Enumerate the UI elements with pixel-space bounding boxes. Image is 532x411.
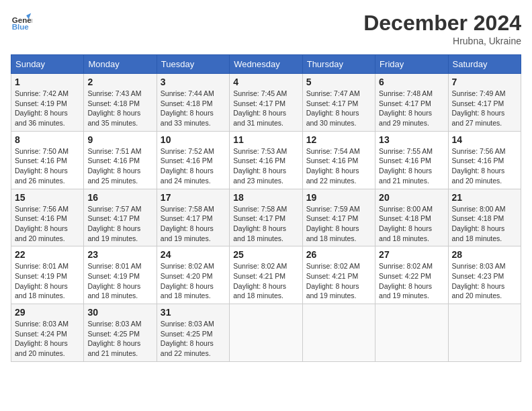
day-number: 12 bbox=[306, 134, 371, 145]
weekday-header-wednesday: Wednesday bbox=[230, 55, 302, 74]
day-info: Sunrise: 8:03 AM Sunset: 4:23 PM Dayligh… bbox=[452, 261, 517, 301]
day-number: 17 bbox=[161, 192, 226, 203]
calendar-cell: 1 Sunrise: 7:42 AM Sunset: 4:19 PM Dayli… bbox=[11, 74, 84, 132]
weekday-header-monday: Monday bbox=[84, 55, 157, 74]
calendar-cell: 13 Sunrise: 7:55 AM Sunset: 4:16 PM Dayl… bbox=[375, 131, 448, 189]
day-info: Sunrise: 8:01 AM Sunset: 4:19 PM Dayligh… bbox=[15, 261, 80, 301]
calendar-cell bbox=[302, 304, 375, 362]
weekday-header-sunday: Sunday bbox=[11, 55, 84, 74]
day-number: 26 bbox=[306, 249, 371, 260]
day-info: Sunrise: 7:54 AM Sunset: 4:16 PM Dayligh… bbox=[306, 146, 371, 186]
day-info: Sunrise: 7:42 AM Sunset: 4:19 PM Dayligh… bbox=[15, 89, 80, 128]
weekday-header-saturday: Saturday bbox=[448, 55, 521, 74]
calendar-cell: 27 Sunrise: 8:02 AM Sunset: 4:22 PM Dayl… bbox=[375, 246, 448, 304]
logo: General Blue bbox=[11, 11, 32, 32]
calendar-cell: 23 Sunrise: 8:01 AM Sunset: 4:19 PM Dayl… bbox=[84, 246, 157, 304]
day-info: Sunrise: 7:56 AM Sunset: 4:16 PM Dayligh… bbox=[15, 204, 80, 244]
calendar-cell: 14 Sunrise: 7:56 AM Sunset: 4:16 PM Dayl… bbox=[448, 131, 521, 189]
calendar-cell: 17 Sunrise: 7:58 AM Sunset: 4:17 PM Dayl… bbox=[157, 189, 229, 246]
day-number: 9 bbox=[87, 134, 152, 145]
day-number: 23 bbox=[87, 249, 152, 260]
calendar-cell: 26 Sunrise: 8:02 AM Sunset: 4:21 PM Dayl… bbox=[302, 246, 375, 304]
day-info: Sunrise: 7:47 AM Sunset: 4:17 PM Dayligh… bbox=[306, 89, 371, 128]
calendar-cell: 21 Sunrise: 8:00 AM Sunset: 4:18 PM Dayl… bbox=[448, 189, 521, 246]
day-number: 10 bbox=[161, 134, 226, 145]
day-number: 28 bbox=[452, 249, 517, 260]
day-number: 21 bbox=[452, 192, 517, 203]
day-number: 20 bbox=[379, 192, 444, 203]
day-info: Sunrise: 8:03 AM Sunset: 4:24 PM Dayligh… bbox=[15, 319, 80, 359]
day-number: 27 bbox=[379, 249, 444, 260]
day-info: Sunrise: 8:00 AM Sunset: 4:18 PM Dayligh… bbox=[452, 204, 517, 244]
day-info: Sunrise: 8:02 AM Sunset: 4:22 PM Dayligh… bbox=[379, 261, 444, 301]
day-info: Sunrise: 8:02 AM Sunset: 4:21 PM Dayligh… bbox=[233, 261, 298, 301]
week-row-5: 29 Sunrise: 8:03 AM Sunset: 4:24 PM Dayl… bbox=[11, 304, 521, 362]
weekday-header-friday: Friday bbox=[375, 55, 448, 74]
day-info: Sunrise: 7:56 AM Sunset: 4:16 PM Dayligh… bbox=[452, 146, 517, 186]
calendar-cell bbox=[230, 304, 302, 362]
day-number: 24 bbox=[161, 249, 226, 260]
calendar-cell: 6 Sunrise: 7:48 AM Sunset: 4:17 PM Dayli… bbox=[375, 74, 448, 132]
day-info: Sunrise: 8:03 AM Sunset: 4:25 PM Dayligh… bbox=[161, 319, 226, 359]
day-number: 1 bbox=[15, 77, 80, 87]
day-number: 3 bbox=[161, 77, 226, 87]
day-info: Sunrise: 7:55 AM Sunset: 4:16 PM Dayligh… bbox=[379, 146, 444, 186]
calendar-cell: 24 Sunrise: 8:02 AM Sunset: 4:20 PM Dayl… bbox=[157, 246, 229, 304]
calendar-cell: 25 Sunrise: 8:02 AM Sunset: 4:21 PM Dayl… bbox=[230, 246, 302, 304]
calendar-cell: 29 Sunrise: 8:03 AM Sunset: 4:24 PM Dayl… bbox=[11, 304, 84, 362]
day-info: Sunrise: 7:57 AM Sunset: 4:17 PM Dayligh… bbox=[87, 204, 152, 244]
calendar-cell bbox=[448, 304, 521, 362]
day-number: 18 bbox=[233, 192, 298, 203]
logo-icon: General Blue bbox=[11, 11, 32, 32]
calendar-cell: 4 Sunrise: 7:45 AM Sunset: 4:17 PM Dayli… bbox=[230, 74, 302, 132]
day-number: 14 bbox=[452, 134, 517, 145]
weekday-header-tuesday: Tuesday bbox=[157, 55, 229, 74]
day-number: 11 bbox=[233, 134, 298, 145]
day-info: Sunrise: 8:03 AM Sunset: 4:25 PM Dayligh… bbox=[87, 319, 152, 359]
day-info: Sunrise: 7:52 AM Sunset: 4:16 PM Dayligh… bbox=[161, 146, 226, 186]
day-number: 31 bbox=[161, 307, 226, 318]
calendar-cell: 5 Sunrise: 7:47 AM Sunset: 4:17 PM Dayli… bbox=[302, 74, 375, 132]
day-info: Sunrise: 8:01 AM Sunset: 4:19 PM Dayligh… bbox=[87, 261, 152, 301]
calendar-cell: 11 Sunrise: 7:53 AM Sunset: 4:16 PM Dayl… bbox=[230, 131, 302, 189]
day-number: 29 bbox=[15, 307, 80, 318]
day-number: 15 bbox=[15, 192, 80, 203]
calendar-cell: 8 Sunrise: 7:50 AM Sunset: 4:16 PM Dayli… bbox=[11, 131, 84, 189]
day-number: 13 bbox=[379, 134, 444, 145]
day-number: 5 bbox=[306, 77, 371, 87]
weekday-header-thursday: Thursday bbox=[302, 55, 375, 74]
weekday-header-row: SundayMondayTuesdayWednesdayThursdayFrid… bbox=[11, 55, 521, 74]
location-subtitle: Hrubna, Ukraine bbox=[363, 36, 521, 46]
day-number: 7 bbox=[452, 77, 517, 87]
day-info: Sunrise: 7:58 AM Sunset: 4:17 PM Dayligh… bbox=[161, 204, 226, 244]
calendar-cell: 15 Sunrise: 7:56 AM Sunset: 4:16 PM Dayl… bbox=[11, 189, 84, 246]
week-row-1: 1 Sunrise: 7:42 AM Sunset: 4:19 PM Dayli… bbox=[11, 74, 521, 132]
calendar-cell: 16 Sunrise: 7:57 AM Sunset: 4:17 PM Dayl… bbox=[84, 189, 157, 246]
day-info: Sunrise: 7:43 AM Sunset: 4:18 PM Dayligh… bbox=[87, 89, 152, 128]
calendar-cell: 18 Sunrise: 7:58 AM Sunset: 4:17 PM Dayl… bbox=[230, 189, 302, 246]
day-number: 22 bbox=[15, 249, 80, 260]
calendar-cell: 9 Sunrise: 7:51 AM Sunset: 4:16 PM Dayli… bbox=[84, 131, 157, 189]
calendar-cell: 12 Sunrise: 7:54 AM Sunset: 4:16 PM Dayl… bbox=[302, 131, 375, 189]
calendar-table: SundayMondayTuesdayWednesdayThursdayFrid… bbox=[11, 54, 521, 362]
day-number: 2 bbox=[87, 77, 152, 87]
day-number: 25 bbox=[233, 249, 298, 260]
day-info: Sunrise: 7:44 AM Sunset: 4:18 PM Dayligh… bbox=[161, 89, 226, 128]
day-info: Sunrise: 8:02 AM Sunset: 4:21 PM Dayligh… bbox=[306, 261, 371, 301]
calendar-cell: 28 Sunrise: 8:03 AM Sunset: 4:23 PM Dayl… bbox=[448, 246, 521, 304]
day-info: Sunrise: 8:02 AM Sunset: 4:20 PM Dayligh… bbox=[161, 261, 226, 301]
page-header: General Blue December 2024 Hrubna, Ukrai… bbox=[11, 11, 521, 46]
day-info: Sunrise: 7:59 AM Sunset: 4:17 PM Dayligh… bbox=[306, 204, 371, 244]
calendar-cell: 30 Sunrise: 8:03 AM Sunset: 4:25 PM Dayl… bbox=[84, 304, 157, 362]
svg-text:Blue: Blue bbox=[12, 23, 30, 31]
calendar-cell: 19 Sunrise: 7:59 AM Sunset: 4:17 PM Dayl… bbox=[302, 189, 375, 246]
week-row-3: 15 Sunrise: 7:56 AM Sunset: 4:16 PM Dayl… bbox=[11, 189, 521, 246]
calendar-cell: 22 Sunrise: 8:01 AM Sunset: 4:19 PM Dayl… bbox=[11, 246, 84, 304]
day-number: 16 bbox=[87, 192, 152, 203]
calendar-cell: 3 Sunrise: 7:44 AM Sunset: 4:18 PM Dayli… bbox=[157, 74, 229, 132]
week-row-2: 8 Sunrise: 7:50 AM Sunset: 4:16 PM Dayli… bbox=[11, 131, 521, 189]
title-block: December 2024 Hrubna, Ukraine bbox=[363, 11, 521, 46]
day-info: Sunrise: 7:53 AM Sunset: 4:16 PM Dayligh… bbox=[233, 146, 298, 186]
calendar-cell: 20 Sunrise: 8:00 AM Sunset: 4:18 PM Dayl… bbox=[375, 189, 448, 246]
month-title: December 2024 bbox=[363, 11, 521, 36]
